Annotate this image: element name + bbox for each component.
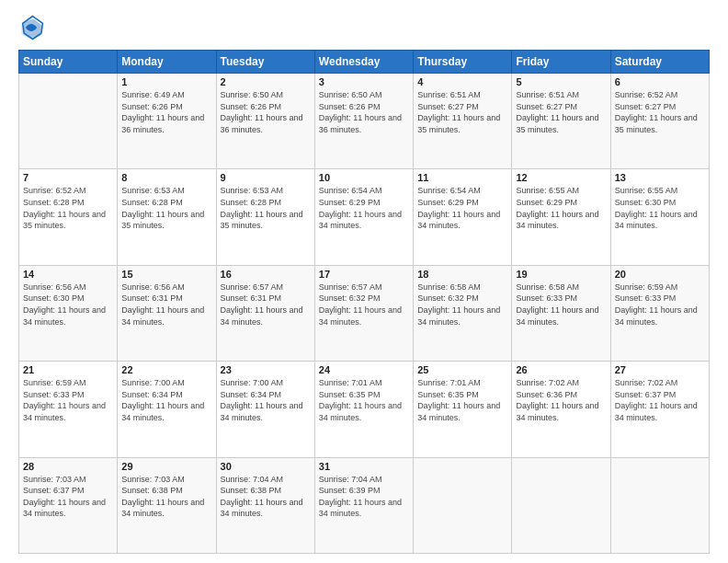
day-info: Sunrise: 7:04 AMSunset: 6:38 PMDaylight:… [221,474,311,520]
calendar-cell: 5Sunrise: 6:51 AMSunset: 6:27 PMDaylight… [512,74,610,169]
day-info: Sunrise: 7:01 AMSunset: 6:35 PMDaylight:… [319,377,409,423]
calendar-cell [414,457,512,553]
calendar-cell: 16Sunrise: 6:57 AMSunset: 6:31 PMDayligh… [216,265,314,361]
day-number: 30 [221,461,311,472]
day-info: Sunrise: 6:52 AMSunset: 6:28 PMDaylight:… [23,185,113,231]
day-info: Sunrise: 6:50 AMSunset: 6:26 PMDaylight:… [319,89,409,135]
day-info: Sunrise: 7:03 AMSunset: 6:38 PMDaylight:… [121,474,211,520]
calendar-cell: 15Sunrise: 6:56 AMSunset: 6:31 PMDayligh… [118,265,216,361]
day-info: Sunrise: 6:51 AMSunset: 6:27 PMDaylight:… [417,89,507,135]
calendar-cell: 27Sunrise: 7:02 AMSunset: 6:37 PMDayligh… [610,362,709,457]
page: SundayMondayTuesdayWednesdayThursdayFrid… [0,0,728,563]
calendar-cell: 22Sunrise: 7:00 AMSunset: 6:34 PMDayligh… [118,362,216,457]
day-info: Sunrise: 7:00 AMSunset: 6:34 PMDaylight:… [121,377,211,423]
day-info: Sunrise: 6:58 AMSunset: 6:33 PMDaylight:… [516,282,606,327]
day-number: 8 [121,172,211,183]
day-header-thursday: Thursday [414,51,512,74]
calendar-cell: 25Sunrise: 7:01 AMSunset: 6:35 PMDayligh… [414,362,512,457]
calendar-cell: 26Sunrise: 7:02 AMSunset: 6:36 PMDayligh… [512,362,610,457]
calendar-cell: 2Sunrise: 6:50 AMSunset: 6:26 PMDaylight… [216,74,314,169]
day-number: 6 [615,76,705,87]
day-number: 9 [221,172,311,183]
calendar-cell: 10Sunrise: 6:54 AMSunset: 6:29 PMDayligh… [314,169,413,265]
day-info: Sunrise: 6:54 AMSunset: 6:29 PMDaylight:… [319,185,409,231]
logo [18,15,48,40]
calendar-cell [19,74,118,169]
day-info: Sunrise: 7:02 AMSunset: 6:36 PMDaylight:… [516,377,606,423]
calendar-cell: 8Sunrise: 6:53 AMSunset: 6:28 PMDaylight… [118,169,216,265]
day-info: Sunrise: 6:53 AMSunset: 6:28 PMDaylight:… [221,185,311,231]
day-number: 18 [417,269,507,280]
calendar-cell: 24Sunrise: 7:01 AMSunset: 6:35 PMDayligh… [314,362,413,457]
day-header-saturday: Saturday [610,51,709,74]
day-info: Sunrise: 7:04 AMSunset: 6:39 PMDaylight:… [319,474,409,520]
day-info: Sunrise: 7:03 AMSunset: 6:37 PMDaylight:… [23,474,113,520]
day-number: 13 [615,172,705,183]
day-number: 24 [319,364,409,375]
day-number: 22 [121,364,211,375]
day-number: 3 [319,76,409,87]
day-number: 15 [121,269,211,280]
calendar-cell: 23Sunrise: 7:00 AMSunset: 6:34 PMDayligh… [216,362,314,457]
week-row-1: 1Sunrise: 6:49 AMSunset: 6:26 PMDaylight… [19,74,710,169]
calendar-cell: 3Sunrise: 6:50 AMSunset: 6:26 PMDaylight… [314,74,413,169]
calendar-cell: 13Sunrise: 6:55 AMSunset: 6:30 PMDayligh… [610,169,709,265]
calendar-cell: 12Sunrise: 6:55 AMSunset: 6:29 PMDayligh… [512,169,610,265]
calendar-cell [610,457,709,553]
day-info: Sunrise: 7:00 AMSunset: 6:34 PMDaylight:… [221,377,311,423]
day-info: Sunrise: 7:02 AMSunset: 6:37 PMDaylight:… [615,377,705,423]
day-number: 21 [23,364,113,375]
calendar-cell: 9Sunrise: 6:53 AMSunset: 6:28 PMDaylight… [216,169,314,265]
day-number: 19 [516,269,606,280]
calendar-cell: 18Sunrise: 6:58 AMSunset: 6:32 PMDayligh… [414,265,512,361]
day-number: 27 [615,364,705,375]
day-number: 12 [516,172,606,183]
day-info: Sunrise: 6:56 AMSunset: 6:30 PMDaylight:… [23,282,113,327]
day-header-sunday: Sunday [19,51,118,74]
day-info: Sunrise: 6:51 AMSunset: 6:27 PMDaylight:… [516,89,606,135]
day-info: Sunrise: 6:53 AMSunset: 6:28 PMDaylight:… [121,185,211,231]
calendar-cell: 11Sunrise: 6:54 AMSunset: 6:29 PMDayligh… [414,169,512,265]
day-number: 7 [23,172,113,183]
header [18,15,710,40]
week-row-4: 21Sunrise: 6:59 AMSunset: 6:33 PMDayligh… [19,362,710,457]
day-number: 16 [221,269,311,280]
day-number: 17 [319,269,409,280]
calendar-cell: 21Sunrise: 6:59 AMSunset: 6:33 PMDayligh… [19,362,118,457]
day-number: 20 [615,269,705,280]
week-row-5: 28Sunrise: 7:03 AMSunset: 6:37 PMDayligh… [19,457,710,553]
day-header-tuesday: Tuesday [216,51,314,74]
day-info: Sunrise: 6:54 AMSunset: 6:29 PMDaylight:… [417,185,507,231]
day-number: 23 [221,364,311,375]
day-number: 2 [221,76,311,87]
calendar-cell: 20Sunrise: 6:59 AMSunset: 6:33 PMDayligh… [610,265,709,361]
day-number: 4 [417,76,507,87]
day-info: Sunrise: 6:59 AMSunset: 6:33 PMDaylight:… [615,282,705,327]
day-info: Sunrise: 6:58 AMSunset: 6:32 PMDaylight:… [417,282,507,327]
day-number: 1 [121,76,211,87]
day-info: Sunrise: 6:55 AMSunset: 6:29 PMDaylight:… [516,185,606,231]
week-row-2: 7Sunrise: 6:52 AMSunset: 6:28 PMDaylight… [19,169,710,265]
day-number: 28 [23,461,113,472]
day-header-wednesday: Wednesday [314,51,413,74]
day-number: 25 [417,364,507,375]
day-number: 26 [516,364,606,375]
day-header-monday: Monday [118,51,216,74]
calendar-cell: 7Sunrise: 6:52 AMSunset: 6:28 PMDaylight… [19,169,118,265]
day-number: 10 [319,172,409,183]
calendar-cell: 17Sunrise: 6:57 AMSunset: 6:32 PMDayligh… [314,265,413,361]
day-info: Sunrise: 6:50 AMSunset: 6:26 PMDaylight:… [221,89,311,135]
calendar-cell: 4Sunrise: 6:51 AMSunset: 6:27 PMDaylight… [414,74,512,169]
calendar-cell: 1Sunrise: 6:49 AMSunset: 6:26 PMDaylight… [118,74,216,169]
day-info: Sunrise: 6:57 AMSunset: 6:31 PMDaylight:… [221,282,311,327]
day-info: Sunrise: 6:57 AMSunset: 6:32 PMDaylight:… [319,282,409,327]
calendar-cell: 28Sunrise: 7:03 AMSunset: 6:37 PMDayligh… [19,457,118,553]
day-number: 29 [121,461,211,472]
calendar-header-row: SundayMondayTuesdayWednesdayThursdayFrid… [19,51,710,74]
day-info: Sunrise: 6:59 AMSunset: 6:33 PMDaylight:… [23,377,113,423]
calendar-cell [512,457,610,553]
calendar-cell: 31Sunrise: 7:04 AMSunset: 6:39 PMDayligh… [314,457,413,553]
day-info: Sunrise: 6:56 AMSunset: 6:31 PMDaylight:… [121,282,211,327]
calendar-table: SundayMondayTuesdayWednesdayThursdayFrid… [18,50,710,554]
day-header-friday: Friday [512,51,610,74]
